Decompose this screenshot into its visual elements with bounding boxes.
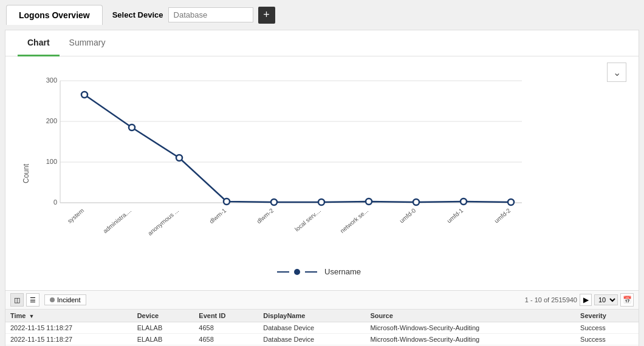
col-device[interactable]: Device [132,310,194,322]
svg-point-11 [129,124,135,131]
tab-summary[interactable]: Summary [60,30,115,56]
svg-point-12 [176,155,182,161]
cell-device: ELALAB [132,334,194,345]
table-view-button[interactable]: ◫ [10,293,24,307]
svg-point-19 [508,199,514,205]
svg-text:200: 200 [46,117,57,124]
calendar-button[interactable]: 📅 [620,293,634,307]
main-content: Chart Summary ⌄ Count 0 100 200 300 [5,30,639,291]
svg-point-10 [81,92,87,98]
cell-event-id: 4658 [194,322,258,334]
table-row[interactable]: 2022-11-15 11:18:27 ELALAB 4658 Database… [5,322,639,334]
chart-legend: Username [12,267,626,276]
chevron-down-button[interactable]: ⌄ [607,63,626,82]
cell-time: 2022-11-15 11:18:27 [5,322,132,334]
list-icon: ☰ [30,296,36,304]
legend-line-right [305,271,317,273]
svg-point-13 [224,198,230,205]
sort-icon: ▼ [29,313,35,319]
data-table: Time ▼ Device Event ID DisplayName Sourc… [5,310,639,346]
col-event-id[interactable]: Event ID [194,310,258,322]
svg-point-18 [461,198,467,205]
table-header-row: Time ▼ Device Event ID DisplayName Sourc… [5,310,639,322]
cell-source: Microsoft-Windows-Security-Auditing [365,322,575,334]
incident-label: Incident [57,296,81,304]
line-chart: 0 100 200 300 system administra.. [36,63,534,263]
svg-point-15 [318,199,324,205]
y-axis-label: Count [22,163,30,183]
bottom-toolbar: ◫ ☰ Incident 1 - 10 of 2515940 ▶ 10 📅 [5,291,639,310]
cell-severity: Success [575,334,639,345]
bottom-panel: ◫ ☰ Incident 1 - 10 of 2515940 ▶ 10 📅 Ti… [5,291,639,346]
svg-point-16 [366,198,372,205]
svg-point-14 [271,199,277,205]
select-device-label: Select Device [112,10,163,19]
tab-chart-label: Chart [27,38,50,47]
tab-summary-label: Summary [69,38,106,47]
cell-display-name: Database Device [258,322,365,334]
next-page-button[interactable]: ▶ [580,294,592,306]
pagination-info: 1 - 10 of 2515940 [525,296,577,304]
incident-filter[interactable]: Incident [44,294,86,305]
table-row[interactable]: 2022-11-15 11:18:27 ELALAB 4658 Database… [5,334,639,345]
top-bar: Logons Overview Select Device + [0,0,644,30]
col-severity[interactable]: Severity [575,310,639,322]
svg-text:system: system [66,207,85,225]
svg-text:anonymous ...: anonymous ... [146,207,180,237]
select-device-section: Select Device + [112,7,275,24]
legend-dot-icon [294,269,300,275]
svg-text:umfd-0: umfd-0 [398,207,417,225]
legend-label: Username [324,267,361,276]
table-icon: ◫ [14,296,20,304]
col-source[interactable]: Source [365,310,575,322]
logons-overview-tab[interactable]: Logons Overview [6,5,103,25]
cell-time: 2022-11-15 11:18:27 [5,334,132,345]
incident-dot-icon [50,297,55,302]
device-input[interactable] [168,7,253,22]
svg-text:administra....: administra.... [101,207,132,234]
cell-display-name: Database Device [258,334,365,345]
add-btn-label: + [263,8,270,21]
add-device-button[interactable]: + [258,7,275,24]
svg-point-17 [413,199,419,205]
col-time[interactable]: Time ▼ [5,310,132,322]
next-page-icon: ▶ [583,296,589,304]
chart-area: ⌄ Count 0 100 200 300 [5,56,639,290]
cell-event-id: 4658 [194,334,258,345]
calendar-icon: 📅 [623,296,632,304]
page-size-select[interactable]: 10 [594,294,618,305]
cell-device: ELALAB [132,322,194,334]
svg-text:300: 300 [46,76,57,84]
tab-chart[interactable]: Chart [18,30,60,56]
svg-text:umfd-2: umfd-2 [493,207,512,225]
chevron-down-icon: ⌄ [613,67,621,78]
svg-text:100: 100 [46,158,57,165]
cell-source: Microsoft-Windows-Security-Auditing [365,334,575,345]
svg-text:umfd-1: umfd-1 [445,207,464,225]
svg-text:network se...: network se... [339,207,370,234]
col-display-name[interactable]: DisplayName [258,310,365,322]
svg-text:0: 0 [53,198,57,206]
svg-text:dlwm-1: dlwm-1 [208,207,228,225]
list-view-button[interactable]: ☰ [26,293,39,307]
tab-bar: Chart Summary [5,30,639,56]
legend-line-left [277,271,289,273]
svg-text:dlwm-2: dlwm-2 [256,207,275,225]
cell-severity: Success [575,322,639,334]
svg-text:local serv....: local serv.... [293,207,322,232]
logons-overview-label: Logons Overview [19,10,90,20]
